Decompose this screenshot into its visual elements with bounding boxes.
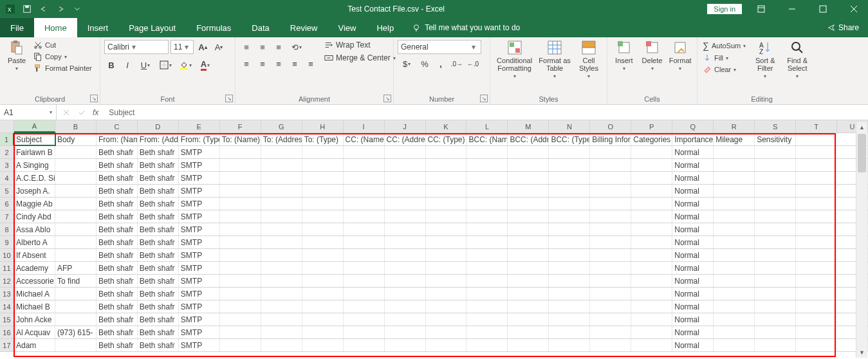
cell[interactable] <box>55 313 97 326</box>
cell[interactable] <box>508 185 549 197</box>
row-header[interactable]: 12 <box>0 275 14 287</box>
cell[interactable]: Beth shafr <box>97 249 138 261</box>
excel-app-icon[interactable]: X <box>3 1 18 17</box>
cell[interactable] <box>344 300 385 313</box>
align-bottom-icon[interactable]: ≡ <box>272 40 286 54</box>
cell[interactable] <box>755 313 796 326</box>
cut-button[interactable]: Cut <box>32 40 93 50</box>
cell[interactable] <box>344 223 385 235</box>
cell[interactable] <box>55 300 97 313</box>
scroll-down-icon[interactable]: ▼ <box>856 347 867 358</box>
close-icon[interactable] <box>842 0 865 18</box>
cell[interactable] <box>220 198 261 210</box>
cell[interactable] <box>796 133 837 145</box>
clear-button[interactable]: Clear ▾ <box>701 64 747 75</box>
cell[interactable] <box>508 262 549 274</box>
cell[interactable] <box>755 300 796 313</box>
cell[interactable]: Beth shafr <box>97 198 138 210</box>
row-header[interactable]: 9 <box>0 236 14 248</box>
cell[interactable] <box>302 339 344 351</box>
cell[interactable] <box>508 159 549 171</box>
cell[interactable]: SMTP <box>179 326 220 338</box>
cell[interactable] <box>466 236 508 248</box>
column-header-L[interactable]: L <box>466 120 508 133</box>
cell[interactable] <box>714 275 755 287</box>
cell[interactable] <box>796 172 837 184</box>
cell[interactable] <box>755 339 796 351</box>
cell[interactable] <box>508 198 549 210</box>
cell[interactable] <box>466 262 508 274</box>
cell[interactable] <box>426 159 467 171</box>
cell[interactable]: Cindy Abd <box>14 210 55 223</box>
cell[interactable]: SMTP <box>179 249 220 261</box>
cell[interactable] <box>590 313 631 326</box>
cell[interactable] <box>590 300 631 313</box>
cell[interactable] <box>344 172 385 184</box>
cell[interactable] <box>755 210 796 223</box>
cell[interactable]: SMTP <box>179 185 220 197</box>
decrease-indent-icon[interactable]: ≡ <box>288 57 302 71</box>
format-as-table-button[interactable]: Format as Table▾ <box>537 40 572 79</box>
column-header-H[interactable]: H <box>302 120 344 133</box>
share-button[interactable]: Share <box>818 18 868 37</box>
cell[interactable] <box>261 288 302 300</box>
tab-formulas[interactable]: Formulas <box>186 18 241 37</box>
cell[interactable] <box>344 236 385 248</box>
cell[interactable] <box>385 249 426 261</box>
cell[interactable] <box>426 172 467 184</box>
cell[interactable] <box>631 236 672 248</box>
cell[interactable] <box>714 185 755 197</box>
column-header-E[interactable]: E <box>179 120 220 133</box>
column-header-P[interactable]: P <box>631 120 672 133</box>
cell[interactable] <box>590 236 631 248</box>
find-select-button[interactable]: Find & Select▾ <box>783 40 811 79</box>
row-header[interactable]: 16 <box>0 326 14 338</box>
row-header[interactable]: 2 <box>0 146 14 158</box>
cell[interactable]: Beth shafr <box>97 262 138 274</box>
cell[interactable] <box>549 313 590 326</box>
redo-icon[interactable] <box>53 1 68 17</box>
cell[interactable] <box>344 275 385 287</box>
cell[interactable] <box>549 288 590 300</box>
cell[interactable] <box>261 339 302 351</box>
cell[interactable]: Adam <box>14 339 55 351</box>
cell[interactable]: SMTP <box>179 210 220 223</box>
cell[interactable]: SMTP <box>179 159 220 171</box>
cell[interactable] <box>302 236 344 248</box>
cell[interactable] <box>796 313 837 326</box>
cell[interactable] <box>549 326 590 338</box>
format-painter-button[interactable]: Format Painter <box>32 63 93 73</box>
cell[interactable] <box>466 288 508 300</box>
cell[interactable] <box>302 210 344 223</box>
cell[interactable] <box>261 172 302 184</box>
cell[interactable] <box>631 300 672 313</box>
cell[interactable]: Billing Information <box>590 133 631 145</box>
cell[interactable] <box>55 288 97 300</box>
column-header-J[interactable]: J <box>385 120 426 133</box>
column-header-C[interactable]: C <box>97 120 138 133</box>
cell[interactable] <box>426 146 467 158</box>
cell[interactable] <box>220 288 261 300</box>
row-header[interactable]: 14 <box>0 300 14 313</box>
cell[interactable] <box>302 262 344 274</box>
cell[interactable] <box>466 326 508 338</box>
cell[interactable] <box>631 210 672 223</box>
fill-button[interactable]: Fill ▾ <box>701 53 747 63</box>
cell[interactable] <box>796 210 837 223</box>
cell[interactable] <box>261 146 302 158</box>
cell[interactable] <box>302 275 344 287</box>
column-header-T[interactable]: T <box>796 120 837 133</box>
insert-cells-button[interactable]: Insert▾ <box>611 40 637 71</box>
cell[interactable] <box>508 146 549 158</box>
cell[interactable]: Beth shafr <box>97 236 138 248</box>
cell[interactable]: Beth shafr <box>138 275 179 287</box>
enter-formula-icon[interactable] <box>77 108 86 117</box>
cell[interactable]: SMTP <box>179 223 220 235</box>
cell[interactable]: Beth shafr <box>138 159 179 171</box>
cell[interactable]: Categories <box>631 133 672 145</box>
cell[interactable] <box>631 223 672 235</box>
fill-color-button[interactable]: ▾ <box>176 58 194 72</box>
cell[interactable]: Beth shafr <box>97 172 138 184</box>
cell[interactable] <box>714 339 755 351</box>
tab-help[interactable]: Help <box>366 18 404 37</box>
